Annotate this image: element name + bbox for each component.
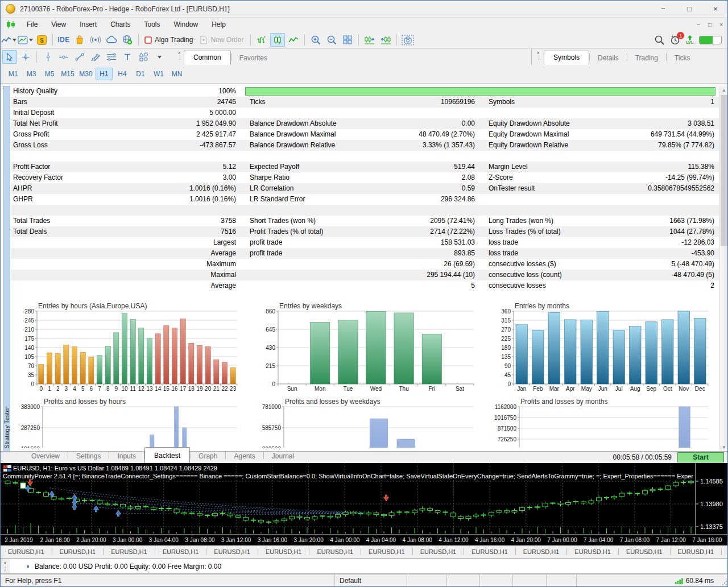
deposit-button[interactable]: $ [34, 33, 49, 47]
chart-tab[interactable]: EURUSD,H1 [258, 545, 309, 558]
chart-tab[interactable]: EURUSD,H1 [52, 545, 104, 558]
tab-favorites[interactable]: Favorites [231, 52, 275, 65]
svg-text:215: 215 [266, 363, 275, 369]
child-restore-button[interactable]: □ [708, 22, 712, 28]
scroll-down-arrow[interactable]: ▼ [720, 443, 728, 452]
tile-windows-button[interactable] [340, 33, 355, 47]
chart-tab[interactable]: EURUSD,H1 [413, 545, 464, 558]
menu-item-window[interactable]: Window [167, 19, 205, 30]
status-profile[interactable]: Default [334, 574, 407, 587]
tab-details[interactable]: Details [590, 52, 627, 65]
tab-trading[interactable]: Trading [627, 52, 666, 65]
price-chart-window[interactable]: 2 Jan 20192 Jan 16:002 Jan 20:003 Jan 00… [1, 463, 728, 545]
signals-button[interactable] [88, 33, 103, 47]
chart-tab[interactable]: EURUSD,H1 [104, 545, 155, 558]
resize-grip[interactable] [722, 580, 727, 586]
notifications-button[interactable]: 1 [670, 35, 680, 45]
web-terminal-button[interactable] [120, 33, 135, 47]
scroll-up-arrow[interactable]: ▲ [720, 86, 728, 94]
menu-item-charts[interactable]: Charts [104, 19, 137, 30]
timeframe-m3[interactable]: M3 [23, 68, 40, 80]
chart-tab[interactable]: EURUSD,H1 [361, 545, 412, 558]
chart-tab[interactable]: EURUSD,H1 [309, 545, 361, 558]
chart-tab[interactable]: EURUSD,H1 [1, 545, 52, 558]
chart-tab[interactable]: EURUSD,H1 [206, 545, 258, 558]
tester-tab-inputs[interactable]: Inputs [109, 450, 144, 463]
lvl-indicator[interactable]: LVL [686, 35, 693, 44]
line-mode-button[interactable] [286, 33, 301, 47]
timeframe-h1[interactable]: H1 [96, 68, 113, 80]
screenshot-button[interactable] [400, 33, 415, 47]
chart-tab[interactable]: EURUSD,H1 [516, 545, 567, 558]
timeframe-mn[interactable]: MN [168, 68, 185, 80]
candles-mode-button[interactable] [270, 33, 285, 47]
vps-button[interactable] [104, 33, 119, 47]
toolbox-close[interactable]: ×⋮ [1, 559, 10, 573]
tab-symbols[interactable]: Symbols [544, 51, 589, 65]
trendline-tool[interactable] [72, 50, 87, 64]
tab-ticks[interactable]: Ticks [667, 52, 698, 65]
zoom-in-button[interactable] [308, 33, 323, 47]
chart-tab[interactable]: EURUSD,H1 [671, 545, 722, 558]
search-icon[interactable] [655, 35, 664, 45]
zoom-out-button[interactable] [324, 33, 339, 47]
vertical-line-tool[interactable] [40, 50, 55, 64]
child-minimize-button[interactable]: − [697, 22, 700, 28]
tab-common[interactable]: Common [184, 51, 231, 65]
maximize-button[interactable]: □ [676, 1, 702, 17]
timeframe-w1[interactable]: W1 [150, 68, 167, 80]
tester-sidebar[interactable]: Strategy Tester [3, 86, 10, 452]
horizontal-line-tool[interactable] [56, 50, 71, 64]
chart-tab[interactable]: EURUSD,H1 [155, 545, 206, 558]
scrollbar-thumb[interactable] [721, 95, 728, 246]
cursor-tool[interactable] [2, 50, 17, 64]
more-tools-button[interactable] [152, 50, 167, 64]
menu-item-tools[interactable]: Tools [138, 19, 167, 30]
channel-tool[interactable] [88, 50, 103, 64]
chart-tab[interactable]: EURI [722, 545, 728, 558]
fibonacci-tool[interactable] [104, 50, 119, 64]
chart-tab[interactable]: EURUSD,H1 [567, 545, 618, 558]
stat-value: 26 (69.69) [371, 259, 479, 270]
market-button[interactable] [72, 33, 87, 47]
shapes-tool[interactable] [136, 50, 151, 64]
child-close-button[interactable]: × [719, 22, 723, 28]
start-button[interactable]: Start [677, 452, 724, 462]
new-order-button[interactable]: New Order [196, 33, 247, 47]
tester-tab-backtest[interactable]: Backtest [144, 447, 190, 463]
menu-item-insert[interactable]: Insert [73, 19, 104, 30]
timeframe-m30[interactable]: M30 [77, 68, 94, 80]
tester-tab-graph[interactable]: Graph [191, 450, 225, 463]
chart-tab[interactable]: EURUSD,H1 [619, 545, 670, 558]
menu-item-view[interactable]: View [44, 19, 73, 30]
crosshair-tool[interactable] [18, 50, 33, 64]
timeframe-m15[interactable]: M15 [59, 68, 76, 80]
tester-tab-overview[interactable]: Overview [23, 450, 68, 463]
timeframe-m5[interactable]: M5 [41, 68, 58, 80]
status-latency[interactable]: 60.84 ms [576, 574, 728, 587]
common-panel-close[interactable]: ×⋮ [175, 49, 184, 65]
svg-text:17: 17 [180, 386, 187, 392]
chart-tab[interactable]: EURUSD,H1 [464, 545, 515, 558]
shift-begin-button[interactable] [378, 33, 393, 47]
tester-tab-agents[interactable]: Agents [226, 450, 263, 463]
ide-button[interactable]: IDE [56, 33, 71, 47]
tester-scrollbar[interactable]: ▲ ▼ [719, 86, 728, 452]
tester-tab-journal[interactable]: Journal [264, 450, 302, 463]
menu-item-help[interactable]: Help [205, 19, 233, 30]
chart-profile-button[interactable] [18, 33, 33, 47]
shift-end-button[interactable] [362, 33, 377, 47]
tester-tab-settings[interactable]: Settings [68, 450, 109, 463]
timeframe-h4[interactable]: H4 [114, 68, 131, 80]
timeframe-d1[interactable]: D1 [132, 68, 149, 80]
chart-type-button[interactable] [1, 33, 16, 47]
close-button[interactable]: × [702, 1, 728, 17]
minimize-button[interactable]: − [650, 1, 676, 17]
bars-mode-button[interactable] [254, 33, 269, 47]
stat-value: 1 [599, 97, 719, 108]
symbols-panel-close[interactable]: ×⋮ [534, 49, 543, 60]
text-tool[interactable] [120, 50, 135, 64]
algo-trading-button[interactable]: Algo Trading [142, 33, 195, 47]
menu-item-file[interactable]: File [20, 19, 44, 30]
timeframe-m1[interactable]: M1 [5, 68, 22, 80]
